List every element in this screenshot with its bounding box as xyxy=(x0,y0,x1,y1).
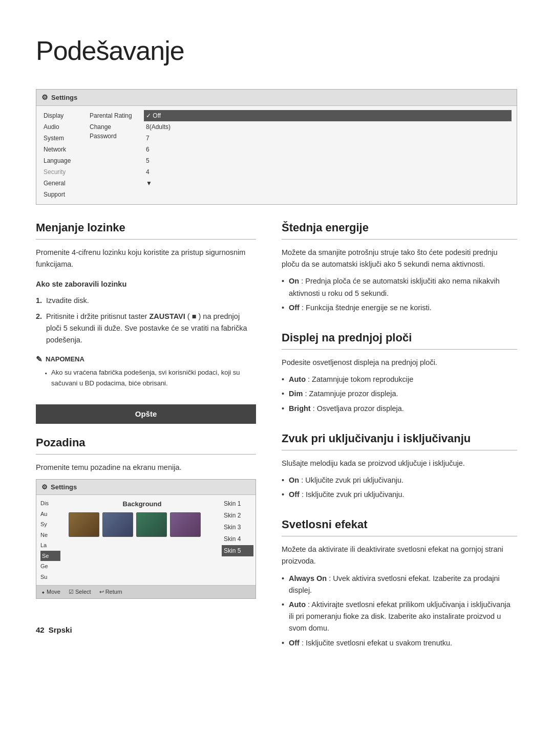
zvuk-list: On : Uključite zvuk pri uključivanju. Of… xyxy=(282,474,517,501)
svetlosni-intro: Možete da aktivirate ili deaktivirate sv… xyxy=(282,544,517,567)
step-2-text: Pritisnite i držite pritisnut taster ZAU… xyxy=(46,312,247,344)
menu-item-support[interactable]: Support xyxy=(41,189,82,200)
stednja-body: Možete da smanjite potrošnju struje tako… xyxy=(282,247,517,314)
zvuk-intro: Slušajte melodiju kada se proizvod uklju… xyxy=(282,458,517,469)
bg-settings-body: Dis Au Sy Ne La Se Ge Su Backgrou xyxy=(36,495,256,585)
settings-box-title: Settings xyxy=(51,93,77,103)
section-pozadina: Pozadina Promenite temu pozadine na ekra… xyxy=(36,434,256,598)
mid-item-parental: Parental Rating xyxy=(88,110,139,121)
bg-menu-dis[interactable]: Dis xyxy=(40,498,60,509)
menu-item-display[interactable]: Display xyxy=(41,110,82,121)
displej-body: Podesite osvetljenost displeja na prednj… xyxy=(282,357,517,415)
settings-mid-list: Parental Rating Change Password xyxy=(88,110,139,142)
right-item-7[interactable]: 7 xyxy=(144,133,512,144)
menu-item-system[interactable]: System xyxy=(41,133,82,144)
svetlosni-auto: Auto : Aktivirajte svetlosni efekat pril… xyxy=(282,599,517,635)
skin-4[interactable]: Skin 4 xyxy=(222,533,253,545)
note-content: Ako su vraćena fabrička podešenja, svi k… xyxy=(36,368,256,389)
right-item-off[interactable]: ✓ Off xyxy=(144,110,512,121)
language-label: Srpski xyxy=(49,624,72,636)
bg-menu-su[interactable]: Su xyxy=(40,572,60,582)
gear-icon: ⚙ xyxy=(41,92,48,103)
bg-menu-ne[interactable]: Ne xyxy=(40,530,60,541)
settings-box-body: Display Audio System Network Language Se… xyxy=(36,106,517,204)
page-num: 42 xyxy=(36,624,45,636)
bg-main-area: Background xyxy=(65,495,220,585)
settings-box-top: ⚙ Settings Display Audio System Network … xyxy=(36,89,517,205)
displej-intro: Podesite osvetljenost displeja na prednj… xyxy=(282,357,517,369)
svetlosni-always-on: Always On : Uvek aktivira svetlosni efek… xyxy=(282,573,517,596)
section-displej: Displej na prednjoj ploči Podesite osvet… xyxy=(282,329,517,415)
menu-item-audio[interactable]: Audio xyxy=(41,121,82,133)
bg-thumbnails xyxy=(69,512,216,537)
zvuk-off: Off : Isključite zvuk pri uključivanju. xyxy=(282,489,517,501)
opste-banner: Opšte xyxy=(36,404,256,424)
step-2: 2. Pritisnite i držite pritisnut taster … xyxy=(36,311,256,347)
bg-thumb-2[interactable] xyxy=(102,512,133,537)
bg-thumb-3[interactable] xyxy=(136,512,167,537)
skin-5[interactable]: Skin 5 xyxy=(222,545,253,556)
step-1-text: Izvadite disk. xyxy=(46,296,89,305)
stednja-on: On : Prednja ploča će se automatski iskl… xyxy=(282,275,517,299)
right-item-8adults[interactable]: 8(Adults) xyxy=(144,121,512,133)
pozadina-intro: Promenite temu pozadine na ekranu menija… xyxy=(36,462,256,473)
settings-menu-col: Display Audio System Network Language Se… xyxy=(41,110,82,200)
menu-item-language[interactable]: Language xyxy=(41,155,82,166)
bg-menu-list: Dis Au Sy Ne La Se Ge Su xyxy=(40,498,60,582)
note-label: NAPOMENA xyxy=(36,353,256,365)
bg-left-menu: Dis Au Sy Ne La Se Ge Su xyxy=(36,495,65,585)
pozadina-body: Promenite temu pozadine na ekranu menija… xyxy=(36,462,256,473)
bg-menu-ge[interactable]: Ge xyxy=(40,561,60,572)
bg-menu-sy[interactable]: Sy xyxy=(40,519,60,530)
section-zvuk: Zvuk pri uključivanju i isključivanju Sl… xyxy=(282,430,517,501)
section-svetlosni: Svetlosni efekat Možete da aktivirate il… xyxy=(282,516,517,649)
svetlosni-list: Always On : Uvek aktivira svetlosni efek… xyxy=(282,573,517,649)
zvuk-body: Slušajte melodiju kada se proizvod uklju… xyxy=(282,458,517,501)
displej-title: Displej na prednjoj ploči xyxy=(282,329,517,350)
bg-menu-se[interactable]: Se xyxy=(40,551,60,561)
mid-item-password: Change Password xyxy=(88,121,139,142)
right-item-4[interactable]: 4 xyxy=(144,166,512,178)
right-item-arrow: ▼ xyxy=(144,178,512,189)
settings-menu-list: Display Audio System Network Language Se… xyxy=(41,110,82,200)
bg-thumb-4[interactable] xyxy=(170,512,201,537)
pozadina-title: Pozadina xyxy=(36,434,256,455)
skin-3[interactable]: Skin 3 xyxy=(222,522,253,533)
page-title: Podešavanje xyxy=(36,31,517,71)
footer-return: ↩ Return xyxy=(99,588,122,596)
main-layout: Menjanje lozinke Promenite 4-cifrenu loz… xyxy=(36,219,517,664)
bg-settings-title: Settings xyxy=(51,482,77,492)
right-column: Štednja energije Možete da smanjite potr… xyxy=(282,219,517,664)
settings-box-header: ⚙ Settings xyxy=(36,90,517,106)
svetlosni-off: Off : Isključite svetlosni efekat u svak… xyxy=(282,637,517,649)
skin-options-list: Skin 1 Skin 2 Skin 3 Skin 4 Skin 5 xyxy=(222,498,253,556)
stednja-off: Off : Funkcija štednje energije se ne ko… xyxy=(282,302,517,314)
menu-item-general[interactable]: General xyxy=(41,178,82,189)
right-item-6[interactable]: 6 xyxy=(144,144,512,155)
bg-menu-au[interactable]: Au xyxy=(40,509,60,520)
svetlosni-title: Svetlosni efekat xyxy=(282,516,517,536)
note-item-1: Ako su vraćena fabrička podešenja, svi k… xyxy=(45,368,256,389)
note-box: NAPOMENA Ako su vraćena fabrička podešen… xyxy=(36,353,256,389)
forgot-password-title: Ako ste zaboravili lozinku xyxy=(36,278,256,290)
right-item-5[interactable]: 5 xyxy=(144,155,512,166)
bg-skin-list: Skin 1 Skin 2 Skin 3 Skin 4 Skin 5 xyxy=(220,495,256,585)
steps-list: 1. Izvadite disk. 2. Pritisnite i držite… xyxy=(36,295,256,347)
bg-thumb-1[interactable] xyxy=(69,512,99,537)
svetlosni-body: Možete da aktivirate ili deaktivirate sv… xyxy=(282,544,517,649)
displej-bright: Bright : Osvetljava prozor displeja. xyxy=(282,403,517,415)
skin-2[interactable]: Skin 2 xyxy=(222,510,253,521)
stednja-list: On : Prednja ploča će se automatski iskl… xyxy=(282,275,517,314)
settings-right-list: ✓ Off 8(Adults) 7 6 5 4 ▼ xyxy=(144,110,512,189)
menu-item-security[interactable]: Security xyxy=(41,166,82,178)
displej-dim: Dim : Zatamnjuje prozor displeja. xyxy=(282,388,517,400)
bg-settings-header: ⚙ Settings xyxy=(36,480,256,495)
skin-1[interactable]: Skin 1 xyxy=(222,498,253,509)
footer-select: ☑ Select xyxy=(69,588,91,596)
bg-footer: ⬥ Move ☑ Select ↩ Return xyxy=(36,585,256,598)
settings-mid-col: Parental Rating Change Password xyxy=(88,110,139,200)
bg-settings-box: ⚙ Settings Dis Au Sy Ne La Se xyxy=(36,479,256,599)
menu-item-network[interactable]: Network xyxy=(41,144,82,155)
bg-menu-la[interactable]: La xyxy=(40,540,60,551)
displej-list: Auto : Zatamnjuje tokom reprodukcije Dim… xyxy=(282,374,517,415)
